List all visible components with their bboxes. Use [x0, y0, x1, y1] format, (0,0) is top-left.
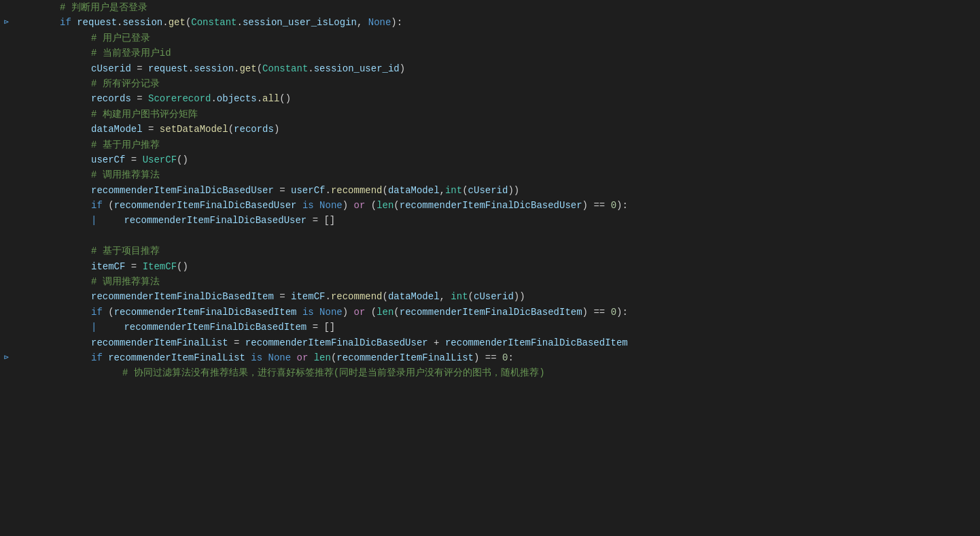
code-token: =: [143, 122, 160, 137]
code-token: =: [228, 335, 245, 350]
code-token: # 判断用户是否登录: [60, 0, 147, 15]
left-sidebar: ⊳ ⊳: [0, 0, 12, 536]
code-token: records: [91, 91, 131, 106]
code-token: recommenderItemFinalList: [91, 335, 228, 350]
code-token: recommenderItemFinalDicBasedUser: [114, 198, 297, 213]
code-token: objects: [217, 91, 257, 106]
code-token: # 调用推荐算法: [91, 167, 160, 182]
code-token: (: [108, 198, 113, 213]
code-token: +: [428, 335, 445, 350]
code-token: =: [125, 152, 142, 167]
code-token: (: [331, 350, 336, 365]
sidebar-icon-7: [0, 91, 12, 106]
code-token: Constant: [262, 61, 308, 76]
code-token: = []: [307, 213, 335, 228]
code-line-14: if (recommenderItemFinalDicBasedUser is …: [26, 198, 980, 213]
code-token-or3: or: [297, 350, 309, 365]
code-token: get: [239, 61, 256, 76]
code-token: .: [117, 15, 122, 30]
code-token: userCf: [291, 183, 325, 198]
sidebar-icon-3: [0, 31, 12, 46]
code-line-4: # 当前登录用户id: [26, 46, 980, 61]
code-line-24: if recommenderItemFinalList is None or l…: [26, 350, 980, 365]
code-token: (): [177, 152, 188, 167]
code-token: Scorerecord: [148, 91, 211, 106]
code-token: session_user_id: [314, 61, 400, 76]
sidebar-icon-11: [0, 152, 12, 167]
code-token: =: [131, 61, 148, 76]
code-token: if: [91, 350, 108, 365]
code-token: (): [279, 91, 291, 106]
sidebar-icon-19: [0, 274, 12, 289]
code-token: .: [325, 289, 330, 304]
code-token: (: [383, 289, 388, 304]
code-token: recommend: [331, 183, 383, 198]
code-token: if: [60, 15, 77, 30]
code-token: itemCF: [91, 259, 125, 274]
sidebar-icon-21: [0, 305, 12, 320]
sidebar-icon-23: [0, 335, 12, 350]
code-token: cUserid: [468, 183, 508, 198]
code-token: int: [445, 183, 462, 198]
code-token: (: [462, 183, 468, 198]
code-line-16: [26, 229, 980, 244]
code-token: dataModel: [388, 183, 440, 198]
code-token: recommenderItemFinalDicBasedUser: [245, 335, 428, 350]
code-lines: # 判断用户是否登录 if request.session.get(Consta…: [12, 0, 980, 536]
code-token: None: [319, 305, 343, 320]
code-token: .: [234, 61, 239, 76]
pipe-char-2: |: [91, 320, 97, 335]
code-token: =: [274, 183, 291, 198]
code-token: ): [274, 122, 279, 137]
code-token: =: [131, 91, 148, 106]
code-token: None: [268, 350, 291, 365]
code-token: (): [177, 259, 188, 274]
code-token: ): [343, 198, 354, 213]
code-token: int: [451, 289, 468, 304]
code-line-2: if request.session.get(Constant.session_…: [26, 15, 980, 30]
sidebar-icon-5: [0, 61, 12, 76]
code-token: # 基于用户推荐: [91, 137, 160, 152]
code-token: (: [393, 198, 399, 213]
code-token: )): [514, 289, 525, 304]
code-token: (: [393, 305, 399, 320]
sidebar-icon-24: ⊳: [0, 350, 12, 365]
code-line-7: records = Scorerecord.objects.all(): [26, 91, 980, 106]
code-token: =: [274, 289, 291, 304]
code-token: get: [169, 15, 186, 30]
code-token: setDataModel: [160, 122, 228, 137]
code-token: is: [251, 350, 268, 365]
pipe-char: |: [91, 213, 97, 228]
code-token: 0: [502, 350, 508, 365]
sidebar-icon-12: [0, 167, 12, 182]
code-token: recommenderItemFinalDicBasedUser: [400, 198, 582, 213]
code-line-15: | recommenderItemFinalDicBasedUser = []: [26, 213, 980, 228]
sidebar-icon-18: [0, 259, 12, 274]
code-line-19: # 调用推荐算法: [26, 274, 980, 289]
code-token: recommenderItemFinalDicBasedItem: [114, 305, 297, 320]
code-line-9: dataModel = setDataModel(records): [26, 122, 980, 137]
sidebar-icon-22: [0, 320, 12, 335]
code-token: 0: [611, 198, 616, 213]
code-token: .: [237, 15, 243, 30]
code-token: userCf: [91, 152, 125, 167]
editor-container: ⊳ ⊳ # 判断用户是否登录: [0, 0, 980, 536]
sidebar-icon-4: [0, 46, 12, 61]
code-token: [308, 350, 313, 365]
code-token: all: [262, 91, 279, 106]
code-line-17: # 基于项目推荐: [26, 244, 980, 258]
code-line-8: # 构建用户图书评分矩阵: [26, 107, 980, 122]
code-editor: # 判断用户是否登录 if request.session.get(Consta…: [12, 0, 980, 536]
code-token: (: [257, 61, 262, 76]
code-token: if: [91, 305, 108, 320]
code-token: ,: [357, 15, 368, 30]
code-token: ) ==: [474, 350, 502, 365]
code-token: is: [302, 305, 319, 320]
code-token: dataModel: [91, 122, 143, 137]
code-token: 0: [611, 305, 616, 320]
code-token: # 构建用户图书评分矩阵: [91, 107, 198, 122]
code-line-10: # 基于用户推荐: [26, 137, 980, 152]
code-token: len: [314, 350, 331, 365]
code-token: recommenderItemFinalDicBasedItem: [124, 320, 307, 335]
code-line-20: recommenderItemFinalDicBasedItem = itemC…: [26, 289, 980, 304]
